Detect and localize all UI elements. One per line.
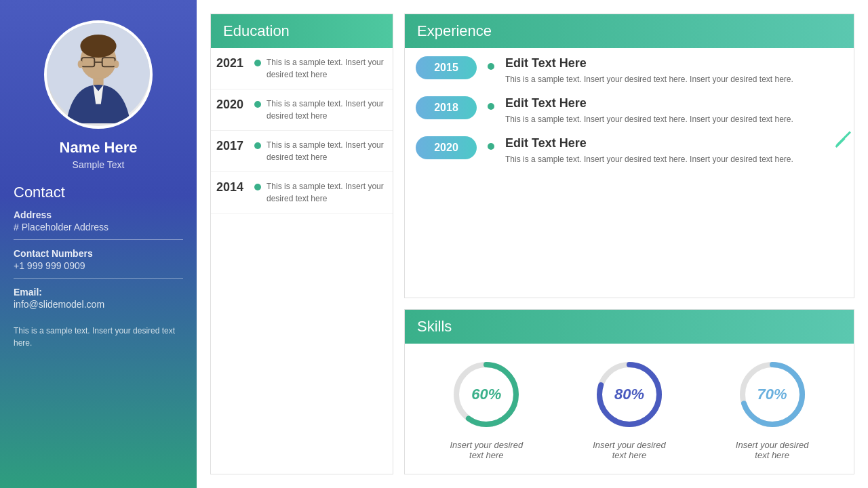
edu-year-1: 2020 <box>216 98 249 112</box>
skill-pct-1: 80% <box>614 386 644 403</box>
edu-text-0: This is a sample text. Insert your desir… <box>267 56 384 81</box>
accent-decoration <box>834 136 853 146</box>
edu-text-1: This is a sample text. Insert your desir… <box>267 98 384 122</box>
exp-dot-2 <box>488 143 494 150</box>
edu-dot-3 <box>254 184 261 190</box>
exp-year-2: 2020 <box>416 136 477 159</box>
contact-section: Contact Address # Placeholder Address Co… <box>14 184 183 317</box>
skill-circle-2: 70% <box>735 357 810 432</box>
exp-block-0: Edit Text Here This is a sample text. In… <box>505 56 843 85</box>
education-timeline: 2021 This is a sample text. Insert your … <box>211 48 393 214</box>
skill-item-1: 80% Insert your desiredtext here <box>592 357 667 460</box>
main-content: Education 2021 This is a sample text. In… <box>197 0 868 488</box>
experience-timeline: 2015 Edit Text Here This is a sample tex… <box>405 48 854 174</box>
exp-item-2015: 2015 Edit Text Here This is a sample tex… <box>416 56 843 85</box>
exp-title-0: Edit Text Here <box>505 56 843 70</box>
experience-heading: Experience <box>405 14 854 48</box>
exp-desc-0: This is a sample text. Insert your desir… <box>505 73 843 85</box>
skill-label-1: Insert your desiredtext here <box>593 440 666 460</box>
sidebar-footer: This is a sample text. Insert your desir… <box>14 325 183 349</box>
email-label: Email: <box>14 287 183 298</box>
skills-heading: Skills <box>405 310 854 344</box>
exp-block-2: Edit Text Here This is a sample text. In… <box>505 136 843 165</box>
exp-desc-1: This is a sample text. Insert your desir… <box>505 113 843 125</box>
edu-year-0: 2021 <box>216 56 249 70</box>
avatar <box>44 20 153 129</box>
exp-item-2020: 2020 Edit Text Here This is a sample tex… <box>416 136 843 165</box>
svg-point-7 <box>114 60 119 68</box>
skill-pct-2: 70% <box>757 386 787 403</box>
two-panels: Education 2021 This is a sample text. In… <box>210 14 854 474</box>
exp-item-2018: 2018 Edit Text Here This is a sample tex… <box>416 96 843 125</box>
right-panels: Experience 2015 Edit Text Here This is a… <box>404 14 854 474</box>
svg-point-2 <box>80 35 116 58</box>
edu-dot-1 <box>254 101 261 108</box>
skills-content: 60% Insert your desiredtext here 80% <box>405 344 854 474</box>
exp-title-1: Edit Text Here <box>505 96 843 110</box>
exp-desc-2: This is a sample text. Insert your desir… <box>505 153 843 165</box>
edu-item-2017: 2017 This is a sample text. Insert your … <box>211 131 393 172</box>
title-display: Sample Text <box>60 159 138 170</box>
skill-item-2: 70% Insert your desiredtext here <box>735 357 810 460</box>
phone-label: Contact Numbers <box>14 248 183 259</box>
skill-circle-0: 60% <box>449 357 524 432</box>
edu-dot-0 <box>254 60 261 66</box>
skill-label-2: Insert your desiredtext here <box>736 440 809 460</box>
exp-title-2: Edit Text Here <box>505 136 843 150</box>
contact-heading: Contact <box>14 184 183 201</box>
divider-1 <box>14 239 183 240</box>
exp-year-0: 2015 <box>416 56 477 79</box>
name-display: Name Here <box>60 139 138 157</box>
divider-2 <box>14 278 183 279</box>
avatar-illustration <box>47 23 150 126</box>
skill-label-0: Insert your desiredtext here <box>450 440 523 460</box>
edu-dot-2 <box>254 142 261 149</box>
education-heading: Education <box>211 14 393 48</box>
sidebar: Name Here Sample Text Contact Address # … <box>0 0 197 488</box>
edu-year-2: 2017 <box>216 139 249 153</box>
phone-value: +1 999 999 0909 <box>14 260 183 271</box>
exp-dot-0 <box>488 63 494 70</box>
skill-item-0: 60% Insert your desiredtext here <box>449 357 524 460</box>
edu-year-3: 2014 <box>216 180 249 195</box>
exp-block-1: Edit Text Here This is a sample text. In… <box>505 96 843 125</box>
edu-text-2: This is a sample text. Insert your desir… <box>267 139 384 163</box>
edu-item-2014: 2014 This is a sample text. Insert your … <box>211 172 393 214</box>
name-section: Name Here Sample Text <box>60 139 138 170</box>
skills-panel: Skills 60% Insert your desiredtext here <box>404 309 854 474</box>
skill-circle-1: 80% <box>592 357 667 432</box>
education-panel: Education 2021 This is a sample text. In… <box>210 14 393 474</box>
edu-item-2020: 2020 This is a sample text. Insert your … <box>211 89 393 131</box>
edu-text-3: This is a sample text. Insert your desir… <box>267 180 384 205</box>
edu-item-2021: 2021 This is a sample text. Insert your … <box>211 48 393 89</box>
exp-dot-1 <box>488 103 494 110</box>
svg-point-6 <box>78 60 83 68</box>
address-value: # Placeholder Address <box>14 222 183 232</box>
email-value: info@slidemodel.com <box>14 299 183 310</box>
skill-pct-0: 60% <box>471 386 501 403</box>
experience-panel: Experience 2015 Edit Text Here This is a… <box>404 14 854 298</box>
exp-year-1: 2018 <box>416 96 477 119</box>
address-label: Address <box>14 209 183 220</box>
